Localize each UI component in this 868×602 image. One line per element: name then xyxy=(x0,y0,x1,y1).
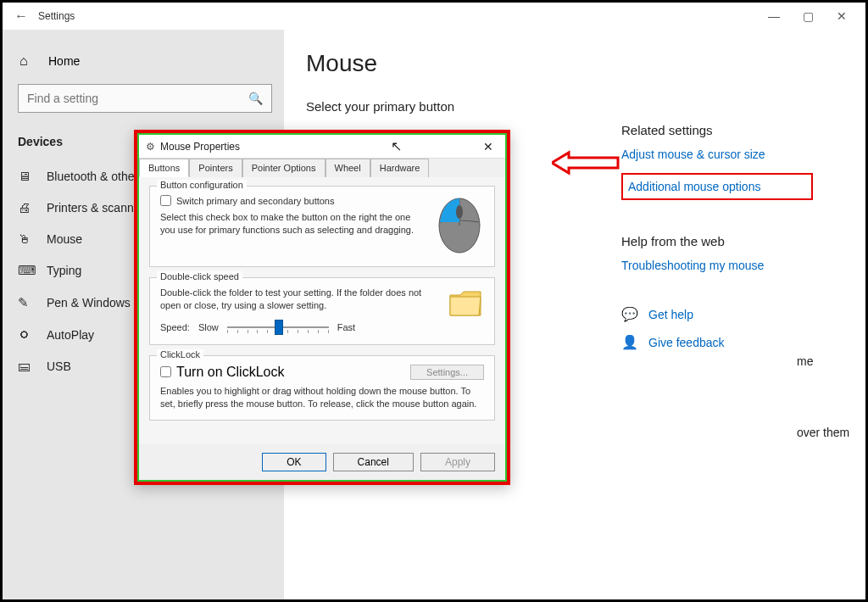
related-heading: Related settings xyxy=(621,123,833,137)
adjust-mouse-link[interactable]: Adjust mouse & cursor size xyxy=(621,148,833,161)
button-config-desc: Select this check box to make the button… xyxy=(160,211,426,237)
group-legend: Double-click speed xyxy=(157,271,242,281)
give-feedback-row[interactable]: 👤 Give feedback xyxy=(621,334,833,350)
clicklock-checkbox[interactable] xyxy=(160,366,171,377)
tab-hardware[interactable]: Hardware xyxy=(370,159,430,177)
dialog-tabpanel: Button configuration Switch primary and … xyxy=(139,177,505,444)
pen-icon: ✎ xyxy=(18,295,38,310)
ok-button[interactable]: OK xyxy=(262,453,326,471)
group-legend: ClickLock xyxy=(157,349,203,360)
switch-buttons-label: Switch primary and secondary buttons xyxy=(176,196,334,206)
printer-icon: 🖨 xyxy=(18,200,38,215)
fast-label: Fast xyxy=(337,322,355,332)
obscured-text: over them xyxy=(797,426,849,439)
window-title: Settings xyxy=(38,10,75,22)
sidebar-item-label: AutoPlay xyxy=(47,328,94,342)
sidebar-home[interactable]: ⌂ Home xyxy=(3,47,284,75)
autoplay-icon: ⭘ xyxy=(18,327,38,342)
speed-slider[interactable] xyxy=(227,321,329,334)
svg-point-2 xyxy=(456,205,463,219)
minimize-button[interactable]: — xyxy=(757,9,791,23)
feedback-icon: 👤 xyxy=(621,334,638,350)
clicklock-label: Turn on ClickLock xyxy=(176,365,284,380)
home-icon: ⌂ xyxy=(19,53,40,69)
search-icon: 🔍 xyxy=(248,92,263,105)
additional-mouse-options-highlight: Additional mouse options xyxy=(621,173,813,200)
dialog-title: Mouse Properties xyxy=(160,141,240,153)
additional-mouse-link[interactable]: Additional mouse options xyxy=(628,180,760,193)
cursor-icon: ↖ xyxy=(391,138,402,154)
clicklock-checkbox-row[interactable]: Turn on ClickLock xyxy=(160,365,284,380)
usb-icon: 🖴 xyxy=(18,359,38,373)
sidebar-home-label: Home xyxy=(48,54,80,68)
mouse-illustration xyxy=(435,195,484,256)
primary-button-label: Select your primary button xyxy=(306,99,628,114)
switch-buttons-checkbox-row[interactable]: Switch primary and secondary buttons xyxy=(160,195,426,206)
folder-icon[interactable] xyxy=(447,287,484,321)
tab-pointer-options[interactable]: Pointer Options xyxy=(242,159,326,177)
double-click-desc: Double-click the folder to test your set… xyxy=(160,287,438,312)
sidebar-item-label: Mouse xyxy=(47,232,82,246)
gear-icon: ⚙ xyxy=(146,141,155,153)
svg-marker-0 xyxy=(552,153,618,173)
search-input-wrap[interactable]: 🔍 xyxy=(18,84,272,113)
give-feedback-link: Give feedback xyxy=(648,336,725,349)
back-icon[interactable]: ← xyxy=(9,8,33,24)
close-button[interactable]: ✕ xyxy=(825,9,859,23)
keyboard-icon: ⌨ xyxy=(18,263,38,278)
cancel-button[interactable]: Cancel xyxy=(333,453,414,471)
sidebar-item-label: USB xyxy=(47,360,71,373)
mouse-properties-dialog: ⚙ Mouse Properties ↖ ✕ Buttons Pointers … xyxy=(134,130,510,485)
tab-buttons[interactable]: Buttons xyxy=(139,159,189,177)
double-click-group: Double-click speed Double-click the fold… xyxy=(149,277,495,345)
dialog-close-button[interactable]: ✕ xyxy=(478,140,498,153)
slow-label: Slow xyxy=(198,322,219,332)
dialog-button-row: OK Cancel Apply xyxy=(139,444,505,480)
get-help-row[interactable]: 💬 Get help xyxy=(621,306,833,322)
speed-label: Speed: xyxy=(160,322,190,332)
right-column: Related settings Adjust mouse & cursor s… xyxy=(621,30,833,362)
switch-buttons-checkbox[interactable] xyxy=(160,195,171,206)
search-input[interactable] xyxy=(27,92,248,105)
clicklock-desc: Enables you to highlight or drag without… xyxy=(160,385,484,410)
chat-icon: 💬 xyxy=(621,306,638,322)
maximize-button[interactable]: ▢ xyxy=(791,9,825,23)
dialog-tabs: Buttons Pointers Pointer Options Wheel H… xyxy=(139,159,505,177)
mouse-icon: 🖱 xyxy=(18,231,38,246)
button-config-group: Button configuration Switch primary and … xyxy=(149,186,495,267)
apply-button[interactable]: Apply xyxy=(420,453,495,471)
dialog-titlebar: ⚙ Mouse Properties ↖ ✕ xyxy=(139,135,505,159)
clicklock-settings-button: Settings... xyxy=(410,365,484,380)
slider-thumb[interactable] xyxy=(275,320,283,335)
group-legend: Button configuration xyxy=(157,180,247,190)
devices-icon: 🖥 xyxy=(18,169,38,183)
tab-wheel[interactable]: Wheel xyxy=(326,159,370,177)
tab-pointers[interactable]: Pointers xyxy=(189,159,242,177)
help-heading: Help from the web xyxy=(621,234,833,248)
sidebar-item-label: Typing xyxy=(47,264,81,277)
clicklock-group: ClickLock Turn on ClickLock Settings... … xyxy=(149,355,495,421)
annotation-arrow xyxy=(552,150,620,176)
get-help-link: Get help xyxy=(648,308,693,321)
window-titlebar: ← Settings — ▢ ✕ xyxy=(3,3,865,30)
troubleshoot-link[interactable]: Troubleshooting my mouse xyxy=(621,259,833,272)
